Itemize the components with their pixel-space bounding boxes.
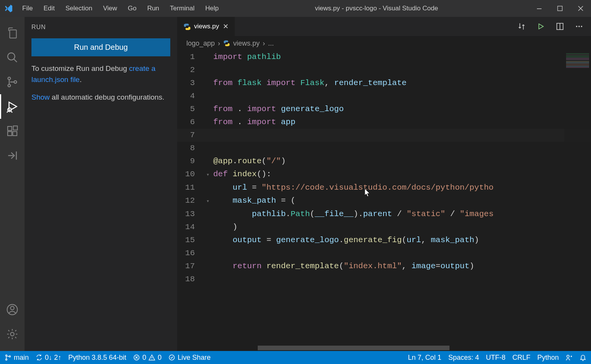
menu-selection[interactable]: Selection — [60, 0, 98, 17]
scrollbar-thumb[interactable] — [258, 346, 449, 350]
fold-gutter[interactable] — [204, 142, 212, 155]
code-content[interactable]: mask_path = ( — [212, 194, 295, 208]
close-button[interactable] — [570, 0, 591, 17]
code-content[interactable]: from . import app — [212, 116, 295, 129]
breadcrumb-seg-folder[interactable]: logo_app — [186, 39, 215, 48]
run-and-debug-button[interactable]: Run and Debug — [31, 38, 170, 56]
code-content[interactable]: from . import generate_logo — [212, 103, 344, 116]
code-line[interactable]: 8 — [177, 142, 591, 155]
code-line[interactable]: 18 — [177, 273, 591, 286]
activity-settings[interactable] — [0, 322, 25, 346]
fold-gutter[interactable] — [204, 129, 212, 142]
activity-source-control[interactable] — [0, 70, 25, 94]
status-branch[interactable]: main — [5, 354, 29, 362]
code-editor[interactable]: 1import pathlib23from flask import Flask… — [177, 51, 591, 351]
status-sync[interactable]: 0↓ 2↑ — [36, 354, 61, 362]
code-line[interactable]: 12 mask_path = ( — [177, 194, 591, 208]
code-line[interactable]: 1import pathlib — [177, 51, 591, 64]
fold-gutter[interactable] — [204, 181, 212, 194]
fold-gutter[interactable] — [204, 64, 212, 77]
breadcrumb[interactable]: logo_app › views.py › ... — [177, 36, 591, 51]
menu-run[interactable]: Run — [142, 0, 165, 17]
more-actions-icon[interactable] — [574, 21, 584, 31]
tab-close-icon[interactable]: ✕ — [223, 22, 229, 31]
fold-gutter[interactable] — [204, 247, 212, 260]
fold-gutter[interactable] — [204, 273, 212, 286]
fold-gutter[interactable] — [204, 234, 212, 247]
fold-gutter[interactable] — [204, 208, 212, 221]
split-editor-icon[interactable] — [555, 21, 565, 31]
activity-live-share[interactable] — [0, 143, 25, 168]
fold-gutter[interactable] — [204, 155, 212, 168]
code-line[interactable]: 11 url = "https://code.visualstudio.com/… — [177, 181, 591, 194]
status-encoding[interactable]: UTF-8 — [486, 354, 505, 362]
horizontal-scrollbar[interactable] — [212, 345, 560, 351]
code-line[interactable]: 7 — [177, 129, 591, 142]
show-link[interactable]: Show — [31, 93, 50, 101]
status-notifications-icon[interactable] — [579, 354, 586, 361]
code-line[interactable]: 4 — [177, 90, 591, 103]
code-line[interactable]: 13 pathlib.Path(__file__).parent / "stat… — [177, 208, 591, 221]
code-content[interactable] — [212, 129, 213, 142]
code-content[interactable]: return render_template("index.html", ima… — [212, 260, 474, 273]
status-spaces[interactable]: Spaces: 4 — [448, 354, 479, 362]
fold-gutter[interactable] — [204, 221, 212, 234]
tab-views-py[interactable]: views.py ✕ — [177, 17, 235, 36]
status-language[interactable]: Python — [537, 354, 559, 362]
code-line[interactable]: 16 — [177, 247, 591, 260]
compare-changes-icon[interactable] — [517, 21, 527, 31]
status-eol[interactable]: CRLF — [512, 354, 530, 362]
fold-gutter[interactable] — [204, 103, 212, 116]
fold-gutter[interactable] — [204, 116, 212, 129]
code-content[interactable]: url = "https://code.visualstudio.com/doc… — [212, 181, 494, 194]
fold-gutter[interactable] — [204, 194, 212, 208]
status-feedback-icon[interactable] — [566, 354, 573, 361]
minimize-button[interactable] — [529, 0, 550, 17]
code-line[interactable]: 3from flask import Flask, render_templat… — [177, 77, 591, 90]
code-line[interactable]: 17 return render_template("index.html", … — [177, 260, 591, 273]
code-content[interactable] — [212, 247, 213, 260]
code-line[interactable]: 6from . import app — [177, 116, 591, 129]
fold-gutter[interactable] — [204, 77, 212, 90]
code-content[interactable] — [212, 273, 213, 286]
status-problems[interactable]: 0 0 — [133, 354, 161, 362]
fold-gutter[interactable] — [204, 51, 212, 64]
code-content[interactable] — [212, 64, 213, 77]
code-content[interactable] — [212, 142, 213, 155]
fold-gutter[interactable] — [204, 260, 212, 273]
run-file-icon[interactable] — [536, 21, 546, 31]
code-content[interactable] — [212, 90, 213, 103]
breadcrumb-seg-file[interactable]: views.py — [233, 39, 260, 48]
menu-help[interactable]: Help — [200, 0, 224, 17]
activity-run-debug[interactable] — [0, 94, 25, 119]
code-content[interactable]: def index(): — [212, 168, 271, 181]
menu-view[interactable]: View — [98, 0, 123, 17]
menu-terminal[interactable]: Terminal — [165, 0, 200, 17]
code-content[interactable]: from flask import Flask, render_template — [212, 77, 407, 90]
code-content[interactable]: @app.route("/") — [212, 155, 286, 168]
menu-edit[interactable]: Edit — [38, 0, 60, 17]
code-line[interactable]: 2 — [177, 64, 591, 77]
code-line[interactable]: 15 output = generate_logo.generate_fig(u… — [177, 234, 591, 247]
menu-file[interactable]: File — [17, 0, 38, 17]
code-content[interactable]: pathlib.Path(__file__).parent / "static"… — [212, 208, 494, 221]
code-line[interactable]: 5from . import generate_logo — [177, 103, 591, 116]
code-line[interactable]: 10def index(): — [177, 168, 591, 181]
code-content[interactable]: output = generate_logo.generate_fig(url,… — [212, 234, 479, 247]
fold-gutter[interactable] — [204, 90, 212, 103]
menu-go[interactable]: Go — [122, 0, 142, 17]
maximize-button[interactable] — [550, 0, 570, 17]
activity-search[interactable] — [0, 45, 25, 70]
activity-explorer[interactable] — [0, 21, 25, 45]
code-line[interactable]: 9@app.route("/") — [177, 155, 591, 168]
code-line[interactable]: 14 ) — [177, 221, 591, 234]
activity-account[interactable] — [0, 297, 25, 322]
status-live-share[interactable]: Live Share — [168, 354, 211, 362]
fold-gutter[interactable] — [204, 168, 212, 181]
code-content[interactable]: ) — [212, 221, 237, 234]
status-cursor[interactable]: Ln 7, Col 1 — [408, 354, 441, 362]
activity-extensions[interactable] — [0, 119, 25, 143]
status-interpreter[interactable]: Python 3.8.5 64-bit — [68, 354, 126, 362]
minimap[interactable] — [564, 51, 591, 351]
code-content[interactable]: import pathlib — [212, 51, 281, 64]
